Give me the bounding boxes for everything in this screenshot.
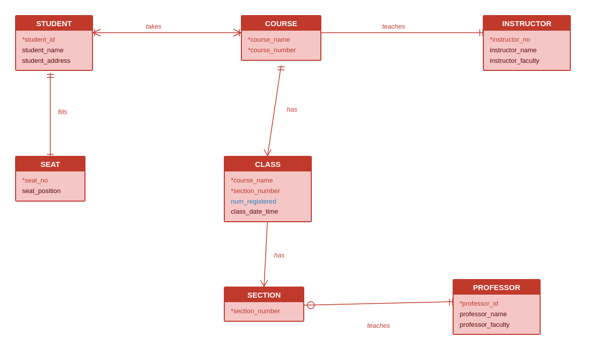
svg-line-5	[233, 29, 241, 33]
entity-student-body: *student_id student_name student_address	[16, 31, 92, 70]
svg-line-1	[93, 29, 101, 33]
entity-seat-body: *seat_no seat_position	[16, 171, 84, 201]
class-field-course-name: *course_name	[231, 175, 305, 186]
instructor-field-no: *instructor_no	[490, 35, 564, 45]
rel-fills: fills	[58, 108, 67, 116]
rel-takes: takes	[146, 23, 161, 30]
entity-course-body: *course_name *course_number	[242, 31, 320, 60]
student-field-name: student_name	[22, 45, 86, 56]
entity-course: COURSE *course_name *course_number	[241, 15, 321, 61]
student-field-id: *student_id	[22, 35, 86, 45]
entity-seat: SEAT *seat_no seat_position	[15, 156, 85, 202]
svg-point-31	[307, 302, 314, 309]
entity-class-header: CLASS	[225, 157, 311, 171]
rel-has-class-section: has	[274, 251, 285, 259]
entity-course-header: COURSE	[242, 16, 320, 31]
svg-line-22	[264, 149, 268, 156]
professor-field-id: *professor_id	[460, 299, 534, 309]
professor-field-name: professor_name	[460, 309, 534, 320]
rel-teaches-instructor: teaches	[382, 23, 405, 30]
professor-field-faculty: professor_faculty	[460, 320, 534, 330]
entity-section: SECTION *section_number	[224, 287, 304, 322]
entity-professor: PROFESSOR *professor_id professor_name p…	[453, 279, 541, 335]
er-diagram: takes teaches fills has has teaches STUD…	[0, 0, 604, 364]
entity-instructor-body: *instructor_no instructor_name instructo…	[484, 31, 570, 70]
student-field-address: student_address	[22, 56, 86, 66]
class-field-section-number: *section_number	[231, 186, 305, 197]
entity-class-body: *course_name *section_number num_registe…	[225, 171, 311, 221]
svg-line-30	[304, 302, 453, 305]
class-field-date-time: class_date_time	[231, 207, 305, 217]
svg-line-25	[264, 219, 268, 287]
entity-student-header: STUDENT	[16, 16, 92, 31]
course-field-name: *course_name	[248, 35, 314, 45]
class-field-num-registered: num_registered	[231, 197, 305, 207]
svg-line-2	[93, 33, 101, 36]
rel-teaches-section: teaches	[367, 322, 390, 329]
section-field-number: *section_number	[231, 306, 297, 317]
svg-line-6	[233, 33, 241, 36]
seat-field-position: seat_position	[22, 186, 78, 197]
svg-line-23	[268, 149, 271, 156]
entity-instructor: INSTRUCTOR *instructor_no instructor_nam…	[483, 15, 571, 71]
entity-student: STUDENT *student_id student_name student…	[15, 15, 93, 71]
entity-professor-header: PROFESSOR	[454, 280, 540, 295]
entity-section-body: *section_number	[225, 302, 303, 321]
instructor-field-name: instructor_name	[490, 45, 564, 56]
entity-instructor-header: INSTRUCTOR	[484, 16, 570, 31]
entity-class: CLASS *course_name *section_number num_r…	[224, 156, 312, 222]
entity-section-header: SECTION	[225, 288, 303, 302]
svg-line-27	[261, 280, 264, 287]
entity-professor-body: *professor_id professor_name professor_f…	[454, 295, 540, 334]
entity-seat-header: SEAT	[16, 157, 84, 171]
svg-line-19	[268, 65, 281, 156]
svg-line-28	[264, 280, 268, 287]
course-field-number: *course_number	[248, 45, 314, 56]
rel-has-course-class: has	[287, 106, 297, 113]
instructor-field-faculty: instructor_faculty	[490, 56, 564, 66]
seat-field-no: *seat_no	[22, 175, 78, 186]
